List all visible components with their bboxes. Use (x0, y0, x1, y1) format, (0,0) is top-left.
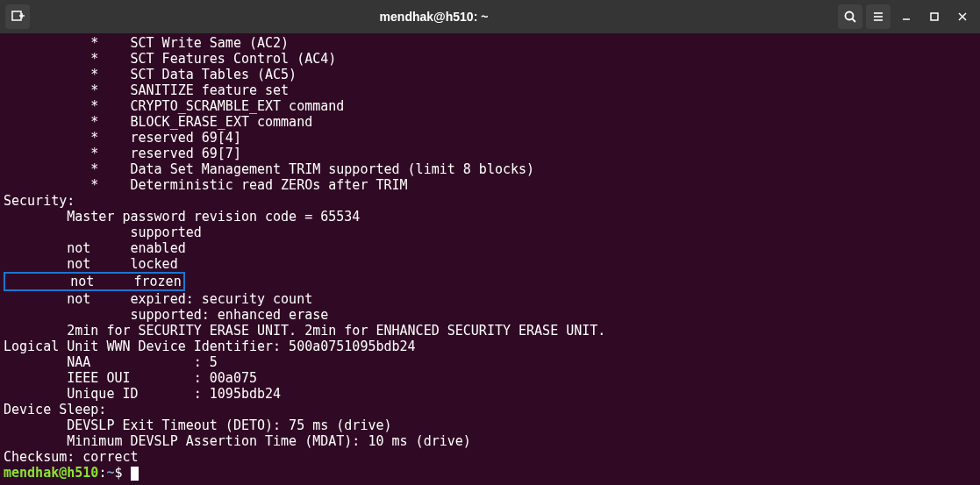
close-button[interactable] (950, 5, 975, 28)
svg-rect-9 (931, 13, 938, 20)
terminal-line: * Data Set Management TRIM supported (li… (4, 161, 976, 177)
terminal-line: Minimum DEVSLP Assertion Time (MDAT): 10… (4, 433, 976, 449)
minimize-icon (901, 11, 912, 22)
highlighted-line: not frozen (4, 272, 976, 291)
new-tab-button[interactable] (5, 4, 30, 29)
terminal-line: Unique ID : 1095bdb24 (4, 386, 976, 402)
security-header: Security: (4, 193, 976, 209)
prompt-user: mendhak@h510 (4, 465, 98, 481)
terminal-line: Master password revision code = 65534 (4, 209, 976, 225)
devsleep-header: Device Sleep: (4, 402, 976, 417)
terminal-line: 2min for SECURITY ERASE UNIT. 2min for E… (4, 323, 976, 339)
terminal-line: supported (4, 225, 976, 240)
menu-button[interactable] (866, 4, 891, 29)
svg-point-3 (846, 12, 854, 20)
terminal-line: NAA : 5 (4, 354, 976, 370)
search-button[interactable] (838, 4, 862, 29)
terminal-line: not expired: security count (4, 291, 976, 307)
terminal-line: IEEE OUI : 00a075 (4, 370, 976, 386)
terminal-line: DEVSLP Exit Timeout (DETO): 75 ms (drive… (4, 417, 976, 433)
terminal-line: * BLOCK_ERASE_EXT command (4, 114, 976, 130)
window-title: mendhak@h510: ~ (30, 9, 838, 25)
new-tab-icon (11, 10, 25, 24)
wwn-header: Logical Unit WWN Device Identifier: 500a… (4, 339, 976, 354)
checksum-line: Checksum: correct (4, 449, 976, 465)
terminal-line: * SANITIZE feature set (4, 82, 976, 98)
terminal-line: not enabled (4, 240, 976, 256)
search-icon (844, 11, 856, 23)
cursor (131, 467, 139, 481)
titlebar-left-group (5, 4, 30, 29)
window-titlebar: mendhak@h510: ~ (0, 0, 980, 33)
terminal-line: * SCT Data Tables (AC5) (4, 67, 976, 82)
terminal-line: * CRYPTO_SCRAMBLE_EXT command (4, 98, 976, 114)
terminal-line: * reserved 69[4] (4, 130, 976, 146)
titlebar-right-group (838, 4, 975, 29)
terminal-output[interactable]: * SCT Write Same (AC2) * SCT Features Co… (0, 33, 980, 485)
terminal-line: * reserved 69[7] (4, 146, 976, 161)
terminal-line: * Deterministic read ZEROs after TRIM (4, 177, 976, 193)
terminal-line: not locked (4, 256, 976, 272)
maximize-icon (929, 11, 940, 22)
terminal-line: supported: enhanced erase (4, 307, 976, 323)
prompt-line: mendhak@h510:~$ (4, 465, 976, 481)
frozen-highlight: not frozen (4, 272, 185, 291)
svg-line-4 (853, 19, 856, 23)
prompt-dollar: $ (114, 465, 122, 481)
terminal-line: * SCT Write Same (AC2) (4, 35, 976, 51)
hamburger-icon (872, 11, 884, 23)
close-icon (957, 11, 968, 22)
minimize-button[interactable] (894, 5, 919, 28)
terminal-line: * SCT Features Control (AC4) (4, 51, 976, 67)
maximize-button[interactable] (922, 5, 947, 28)
